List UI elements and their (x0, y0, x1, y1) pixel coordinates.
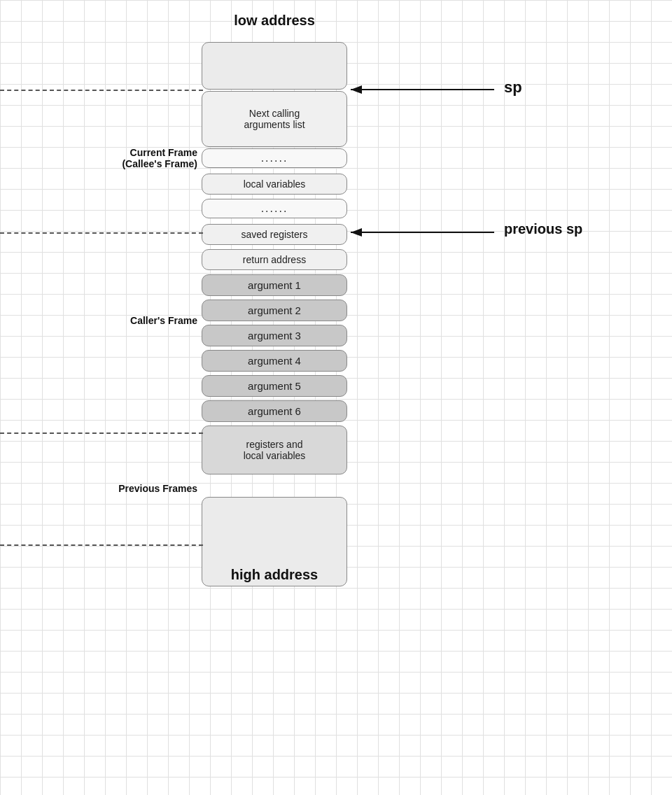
cell-local-vars: local variables (202, 174, 347, 195)
cell-dots2: ...... (202, 199, 347, 218)
bottom-label: high address (202, 567, 347, 583)
cell-dots1: ...... (202, 148, 347, 168)
cell-saved-regs: saved registers (202, 224, 347, 245)
cell-arg1: argument 1 (202, 274, 347, 296)
sp-dashed-line (0, 90, 203, 91)
cell-reg-local: registers and local variables (202, 425, 347, 474)
cell-arg2: argument 2 (202, 300, 347, 321)
current-frame-label: Current Frame(Callee's Frame) (0, 147, 197, 169)
cell-next-calling: Next calling arguments list (202, 91, 347, 147)
sp-arrow (347, 76, 501, 104)
cell-return-addr: return address (202, 249, 347, 270)
cell-arg6: argument 6 (202, 400, 347, 422)
prev-sp-dashed-line (0, 232, 203, 234)
sp-label: sp (504, 78, 522, 97)
top-label: low address (202, 13, 347, 29)
callers-frame-label: Caller's Frame (0, 315, 197, 326)
callee-bottom-dashed-line (0, 432, 203, 434)
prev-frames-dashed-line (0, 544, 203, 546)
diagram: low address Next calling arguments list … (0, 0, 672, 795)
cell-empty-top (202, 42, 347, 90)
previous-frames-label: Previous Frames (0, 483, 197, 494)
prev-sp-arrow (347, 218, 501, 246)
prev-sp-label: previous sp (504, 221, 582, 237)
cell-arg5: argument 5 (202, 375, 347, 397)
cell-arg4: argument 4 (202, 350, 347, 372)
cell-arg3: argument 3 (202, 325, 347, 346)
